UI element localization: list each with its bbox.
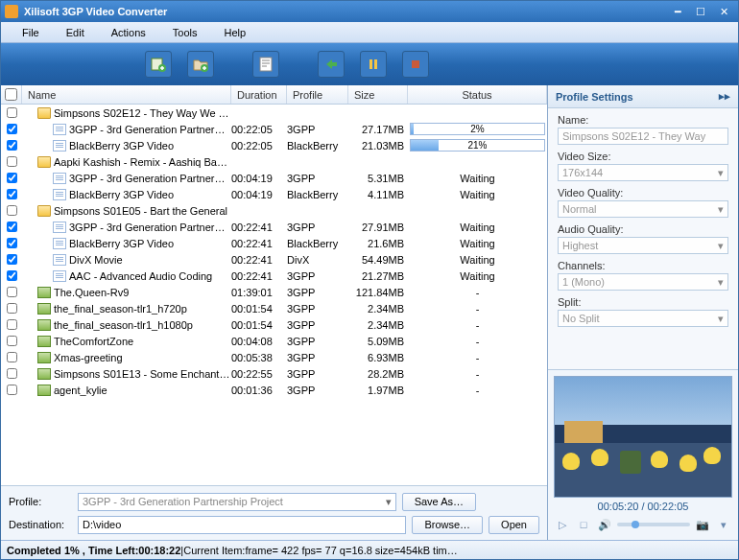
- row-name: BlackBerry 3GP Video: [69, 238, 174, 249]
- profile-button[interactable]: [252, 51, 279, 78]
- row-profile: [287, 202, 348, 219]
- open-button[interactable]: Open: [489, 516, 539, 534]
- row-checkbox[interactable]: [7, 189, 17, 199]
- table-row[interactable]: Xmas-greeting00:05:383GPP6.93MB-: [1, 349, 547, 365]
- row-checkbox[interactable]: [7, 368, 17, 379]
- statusbar: Completed 1% , Time Left:00:18:22 | Curr…: [1, 540, 738, 559]
- videoquality-select[interactable]: Normal: [558, 200, 728, 218]
- row-checkbox[interactable]: [7, 107, 17, 118]
- side-body: Name:Simpsons S02E12 - They Way Video Si…: [548, 108, 738, 369]
- table-row[interactable]: Simpsons S01E13 - Some Enchant…00:22:553…: [1, 365, 547, 382]
- table-row[interactable]: 3GPP - 3rd Generation Partner…00:22:053G…: [1, 121, 547, 137]
- side-header[interactable]: Profile Settings ▸▸: [548, 85, 738, 108]
- row-status: -: [408, 300, 547, 316]
- audioquality-select[interactable]: Highest: [558, 237, 728, 254]
- row-name: DivX Movie: [69, 254, 123, 266]
- row-status: 21%: [408, 137, 547, 153]
- add-file-button[interactable]: [145, 51, 172, 78]
- row-checkbox[interactable]: [7, 303, 17, 314]
- row-size: 21.27MB: [348, 268, 408, 284]
- stop-icon[interactable]: □: [575, 517, 592, 532]
- row-checkbox[interactable]: [7, 319, 17, 330]
- maximize-button[interactable]: ☐: [690, 4, 711, 19]
- column-name[interactable]: Name: [22, 85, 231, 104]
- videosize-select[interactable]: 176x144: [558, 164, 728, 181]
- column-size[interactable]: Size: [348, 85, 408, 104]
- row-checkbox[interactable]: [7, 140, 17, 151]
- table-row[interactable]: Aapki Kashish - Remix - Aashiq Ba…: [1, 153, 547, 170]
- table-row[interactable]: the_final_season-tlr1_h720p00:01:543GPP2…: [1, 300, 547, 316]
- row-checkbox[interactable]: [7, 205, 17, 216]
- row-size: 27.91MB: [348, 219, 408, 235]
- table-row[interactable]: AAC - Advanced Audio Coding00:22:413GPP2…: [1, 268, 547, 284]
- play-icon[interactable]: ▷: [554, 517, 571, 532]
- volume-icon[interactable]: 🔊: [596, 517, 613, 532]
- row-size: [348, 153, 408, 170]
- menu-edit[interactable]: Edit: [53, 24, 98, 41]
- row-checkbox[interactable]: [7, 156, 17, 167]
- table-row[interactable]: TheComfortZone00:04:083GPP5.09MB-: [1, 333, 547, 349]
- split-select[interactable]: No Split: [558, 310, 728, 327]
- menu-actions[interactable]: Actions: [98, 24, 159, 41]
- row-checkbox[interactable]: [7, 173, 17, 183]
- row-checkbox[interactable]: [7, 287, 17, 297]
- row-checkbox[interactable]: [7, 385, 17, 395]
- select-all-checkbox[interactable]: [5, 88, 17, 101]
- table-row[interactable]: the_final_season-tlr1_h1080p00:01:543GPP…: [1, 316, 547, 333]
- table-row[interactable]: The.Queen-Rv901:39:013GPP121.84MB-: [1, 284, 547, 300]
- stop-button[interactable]: [402, 51, 429, 78]
- menu-tools[interactable]: Tools: [159, 24, 211, 41]
- seek-slider[interactable]: [617, 523, 690, 526]
- pause-button[interactable]: [360, 51, 387, 78]
- add-folder-button[interactable]: [187, 51, 214, 78]
- minimize-button[interactable]: ━: [667, 4, 688, 19]
- row-status: Waiting: [408, 219, 547, 235]
- name-label: Name:: [558, 114, 728, 126]
- save-as-button[interactable]: Save As…: [402, 493, 476, 511]
- menu-file[interactable]: File: [9, 24, 53, 41]
- destination-label: Destination:: [9, 519, 72, 530]
- row-checkbox[interactable]: [7, 124, 17, 134]
- table-row[interactable]: DivX Movie00:22:41DivX54.49MBWaiting: [1, 251, 547, 268]
- column-duration[interactable]: Duration: [231, 85, 287, 104]
- table-row[interactable]: Simpsons S01E05 - Bart the General: [1, 202, 547, 219]
- table-row[interactable]: BlackBerry 3GP Video00:04:19BlackBerry4.…: [1, 186, 547, 202]
- video-icon: [37, 385, 51, 396]
- table-row[interactable]: 3GPP - 3rd Generation Partner…00:04:193G…: [1, 170, 547, 186]
- destination-input[interactable]: D:\video: [78, 516, 406, 534]
- row-size: 21.03MB: [348, 137, 408, 153]
- collapse-icon[interactable]: ▸▸: [719, 90, 730, 103]
- row-name: Aapki Kashish - Remix - Aashiq Ba…: [54, 156, 227, 168]
- split-label: Split:: [558, 296, 728, 308]
- column-profile[interactable]: Profile: [287, 85, 348, 104]
- browse-button[interactable]: Browse…: [412, 516, 483, 534]
- table-row[interactable]: BlackBerry 3GP Video00:22:05BlackBerry21…: [1, 137, 547, 153]
- file-icon: [53, 254, 66, 266]
- row-name: Xmas-greeting: [54, 352, 123, 363]
- convert-button[interactable]: [318, 51, 345, 78]
- preview-image[interactable]: [554, 376, 732, 498]
- dropdown-icon[interactable]: ▾: [715, 517, 732, 532]
- menu-help[interactable]: Help: [210, 24, 259, 41]
- grid-body[interactable]: Simpsons S02E12 - They Way We …3GPP - 3r…: [1, 105, 547, 485]
- column-status[interactable]: Status: [408, 85, 547, 104]
- file-icon: [53, 124, 66, 135]
- row-duration: [231, 153, 287, 170]
- profile-select[interactable]: 3GPP - 3rd Generation Partnership Projec…: [78, 493, 396, 511]
- titlebar[interactable]: Xilisoft 3GP Video Converter ━ ☐ ✕: [1, 1, 738, 22]
- table-row[interactable]: 3GPP - 3rd Generation Partner…00:22:413G…: [1, 219, 547, 235]
- table-row[interactable]: BlackBerry 3GP Video00:22:41BlackBerry21…: [1, 235, 547, 251]
- row-checkbox[interactable]: [7, 336, 17, 346]
- column-checkbox[interactable]: [1, 85, 22, 104]
- row-checkbox[interactable]: [7, 352, 17, 362]
- close-button[interactable]: ✕: [713, 4, 734, 19]
- table-row[interactable]: agent_kylie00:01:363GPP1.97MB-: [1, 382, 547, 398]
- row-checkbox[interactable]: [7, 270, 17, 281]
- table-row[interactable]: Simpsons S02E12 - They Way We …: [1, 105, 547, 121]
- row-checkbox[interactable]: [7, 254, 17, 265]
- name-input[interactable]: Simpsons S02E12 - They Way: [558, 128, 728, 145]
- channels-select[interactable]: 1 (Mono): [558, 273, 728, 291]
- row-checkbox[interactable]: [7, 238, 17, 248]
- snapshot-icon[interactable]: 📷: [694, 517, 711, 532]
- row-checkbox[interactable]: [7, 222, 17, 232]
